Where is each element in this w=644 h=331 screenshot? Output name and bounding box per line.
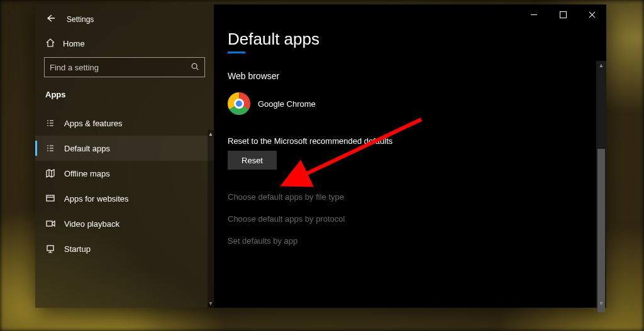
content-scrollbar[interactable]: ▲ ▼ [596,61,606,308]
scroll-up-icon[interactable]: ▲ [208,131,214,137]
settings-sidebar: Settings Home Apps [35,4,214,308]
maximize-button[interactable] [548,4,577,24]
chrome-icon [228,92,250,115]
titlebar-buttons [519,4,606,24]
sidebar-item-offline-maps[interactable]: Offline maps [35,161,214,186]
map-icon [45,168,55,178]
sidebar-item-apps-for-websites[interactable]: Apps for websites [35,186,214,211]
sidebar-scrollbar-thumb[interactable] [208,303,214,308]
link-choose-by-protocol[interactable]: Choose default apps by protocol [228,208,586,230]
video-icon [45,219,55,229]
list-icon [45,118,55,128]
web-browser-heading: Web browser [228,71,586,81]
search-box[interactable] [44,57,205,77]
sidebar-item-default-apps[interactable]: Default apps [35,136,214,161]
sidebar-item-label: Apps & features [64,119,123,128]
sidebar-item-video-playback[interactable]: Video playback [35,211,214,236]
sidebar-home-label: Home [63,39,85,48]
sidebar-section-apps: Apps [35,90,214,107]
website-icon [45,193,55,203]
scroll-down-icon[interactable]: ▼ [596,300,606,307]
web-browser-app-entry[interactable]: Google Chrome [228,90,586,130]
close-button[interactable] [577,4,606,24]
link-set-defaults-by-app[interactable]: Set defaults by app [228,230,586,252]
svg-rect-1 [47,195,54,201]
search-icon [191,62,199,73]
sidebar-nav: Apps & features Default apps Offline map… [35,111,214,261]
back-icon[interactable] [45,13,55,25]
sidebar-item-startup[interactable]: Startup [35,236,214,261]
sidebar-item-apps-features[interactable]: Apps & features [35,111,214,136]
settings-window: Settings Home Apps [35,4,606,308]
sidebar-header: Settings [35,4,214,31]
scroll-up-icon[interactable]: ▲ [596,62,606,68]
content-scrollbar-thumb[interactable] [597,149,605,312]
reset-button[interactable]: Reset [228,151,277,170]
sidebar-scrollbar[interactable]: ▲ ▼ [208,130,214,308]
sidebar-item-label: Default apps [64,144,110,153]
minimize-button[interactable] [519,4,548,24]
defaults-icon [45,143,55,153]
svg-rect-2 [47,221,52,226]
reset-heading: Reset to the Microsoft recommended defau… [228,136,586,146]
web-browser-app-name: Google Chrome [258,99,316,109]
link-choose-by-file-type[interactable]: Choose default apps by file type [228,186,586,208]
svg-rect-3 [47,246,53,251]
sidebar-item-label: Apps for websites [64,194,129,203]
page-title-underline [228,52,245,53]
sidebar-item-label: Startup [64,244,91,254]
settings-content: Default apps Web browser Google Chrome R… [214,4,606,308]
sidebar-item-label: Offline maps [64,169,110,178]
search-input[interactable] [50,63,191,72]
window-title: Settings [67,15,94,24]
sidebar-home[interactable]: Home [35,31,214,57]
svg-point-0 [192,63,197,68]
startup-icon [45,244,55,254]
sidebar-item-label: Video playback [64,219,119,229]
home-icon [45,38,55,50]
